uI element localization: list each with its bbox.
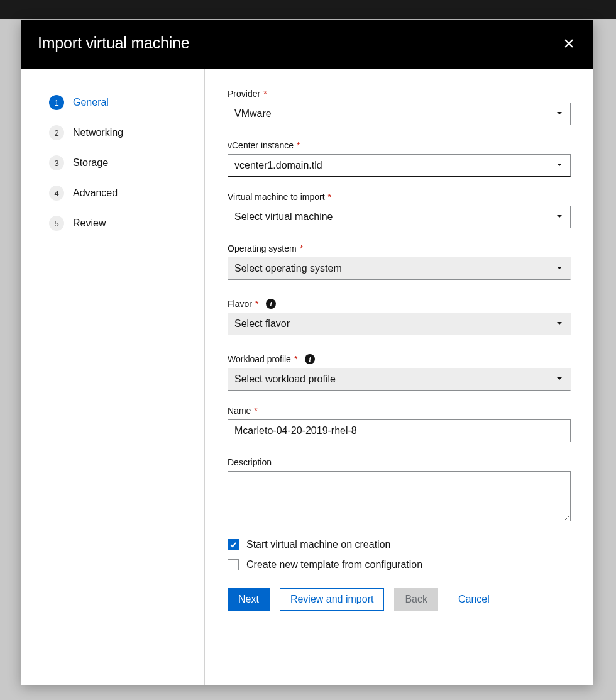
- field-name: Name *: [228, 406, 571, 442]
- step-number: 4: [49, 186, 64, 201]
- wizard-footer: Next Review and import Back Cancel: [228, 588, 571, 611]
- label-text: Virtual machine to import: [228, 192, 325, 202]
- label-name: Name *: [228, 406, 571, 416]
- required-asterisk: *: [254, 406, 257, 416]
- close-button[interactable]: [561, 35, 577, 52]
- select-flavor[interactable]: Select flavor: [228, 313, 571, 335]
- select-workload[interactable]: Select workload profile: [228, 368, 571, 391]
- info-icon[interactable]: i: [266, 299, 276, 309]
- label-text: Workload profile: [228, 354, 291, 364]
- field-vcenter: vCenter instance * vcenter1.domain.tld: [228, 140, 571, 177]
- wizard-sidebar: 1 General 2 Networking 3 Storage 4 Advan…: [21, 69, 205, 685]
- checkbox-create-template-row: Create new template from configuration: [228, 559, 571, 570]
- field-vm: Virtual machine to import * Select virtu…: [228, 192, 571, 228]
- step-label: Review: [73, 218, 106, 229]
- select-os[interactable]: Select operating system: [228, 257, 571, 280]
- label-provider: Provider *: [228, 89, 571, 99]
- select-provider[interactable]: VMware: [228, 103, 571, 125]
- label-text: Flavor: [228, 299, 252, 309]
- label-text: Description: [228, 457, 272, 467]
- field-description: Description: [228, 457, 571, 524]
- info-icon[interactable]: i: [305, 354, 315, 364]
- select-value: Select flavor: [234, 318, 290, 330]
- check-icon: [229, 541, 237, 548]
- label-text: Operating system: [228, 243, 297, 253]
- label-vm: Virtual machine to import *: [228, 192, 571, 202]
- step-storage[interactable]: 3 Storage: [49, 150, 192, 175]
- checkbox-create-template-label: Create new template from configuration: [246, 559, 422, 570]
- step-review[interactable]: 5 Review: [49, 211, 192, 236]
- step-number: 5: [49, 216, 64, 231]
- step-number: 3: [49, 155, 64, 170]
- required-asterisk: *: [255, 299, 258, 309]
- checkbox-start-vm-row: Start virtual machine on creation: [228, 539, 571, 550]
- required-asterisk: *: [294, 354, 297, 364]
- step-networking[interactable]: 2 Networking: [49, 120, 192, 145]
- select-vcenter[interactable]: vcenter1.domain.tld: [228, 154, 571, 177]
- select-value: Select virtual machine: [234, 211, 333, 223]
- import-vm-modal: Import virtual machine 1 General 2 Netwo…: [21, 20, 593, 685]
- close-icon: [563, 38, 575, 49]
- step-number: 2: [49, 125, 64, 140]
- field-provider: Provider * VMware: [228, 89, 571, 125]
- name-input[interactable]: [228, 419, 571, 442]
- select-value: Select workload profile: [234, 374, 336, 385]
- label-workload: Workload profile * i: [228, 354, 571, 364]
- label-text: Name: [228, 406, 251, 416]
- required-asterisk: *: [328, 192, 331, 202]
- cancel-button[interactable]: Cancel: [448, 588, 500, 611]
- step-label: General: [73, 97, 109, 108]
- field-os: Operating system * Select operating syst…: [228, 243, 571, 280]
- label-text: vCenter instance: [228, 140, 294, 150]
- label-os: Operating system *: [228, 243, 571, 253]
- description-textarea[interactable]: [228, 471, 571, 521]
- step-label: Networking: [73, 127, 123, 138]
- step-label: Advanced: [73, 187, 118, 199]
- step-number: 1: [49, 95, 64, 110]
- form-content: Provider * VMware vCenter instance *: [205, 69, 593, 685]
- label-description: Description: [228, 457, 571, 467]
- label-text: Provider: [228, 89, 260, 99]
- select-value: vcenter1.domain.tld: [234, 160, 322, 171]
- checkbox-start-vm[interactable]: [228, 539, 239, 550]
- select-value: Select operating system: [234, 263, 342, 274]
- review-and-import-button[interactable]: Review and import: [280, 588, 385, 611]
- field-workload: Workload profile * i Select workload pro…: [228, 354, 571, 391]
- step-advanced[interactable]: 4 Advanced: [49, 181, 192, 206]
- modal-title: Import virtual machine: [38, 34, 190, 52]
- required-asterisk: *: [300, 243, 303, 253]
- next-button[interactable]: Next: [228, 588, 270, 611]
- required-asterisk: *: [263, 89, 267, 99]
- modal-header: Import virtual machine: [21, 20, 593, 69]
- field-flavor: Flavor * i Select flavor: [228, 299, 571, 335]
- back-button: Back: [394, 588, 438, 611]
- select-vm[interactable]: Select virtual machine: [228, 206, 571, 228]
- select-value: VMware: [234, 108, 272, 119]
- step-general[interactable]: 1 General: [49, 90, 192, 115]
- required-asterisk: *: [297, 140, 300, 150]
- modal-body: 1 General 2 Networking 3 Storage 4 Advan…: [21, 69, 593, 685]
- step-label: Storage: [73, 157, 108, 169]
- checkbox-create-template[interactable]: [228, 559, 239, 570]
- checkbox-start-vm-label: Start virtual machine on creation: [246, 539, 390, 550]
- label-flavor: Flavor * i: [228, 299, 571, 309]
- label-vcenter: vCenter instance *: [228, 140, 571, 150]
